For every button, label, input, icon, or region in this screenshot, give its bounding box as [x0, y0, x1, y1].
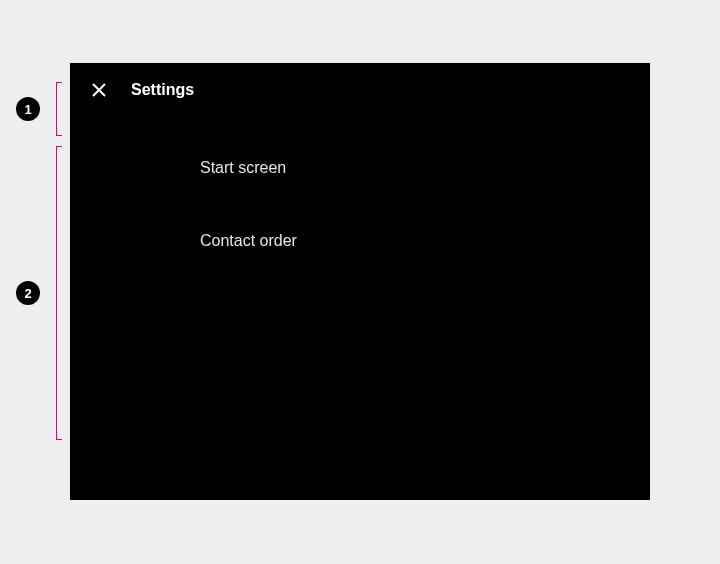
annotation-bracket-2	[56, 146, 62, 440]
annotation-badge-2: 2	[16, 281, 40, 305]
menu-item-start-screen[interactable]: Start screen	[70, 145, 650, 191]
settings-menu-list: Start screen Contact order	[70, 117, 650, 265]
close-icon[interactable]	[90, 81, 108, 99]
annotation-bracket-1	[56, 82, 62, 136]
settings-panel: Settings Start screen Contact order	[70, 63, 650, 500]
settings-header: Settings	[70, 63, 650, 117]
settings-title: Settings	[131, 81, 194, 99]
annotation-badge-1: 1	[16, 97, 40, 121]
x-icon	[92, 83, 106, 97]
menu-item-contact-order[interactable]: Contact order	[70, 218, 650, 264]
